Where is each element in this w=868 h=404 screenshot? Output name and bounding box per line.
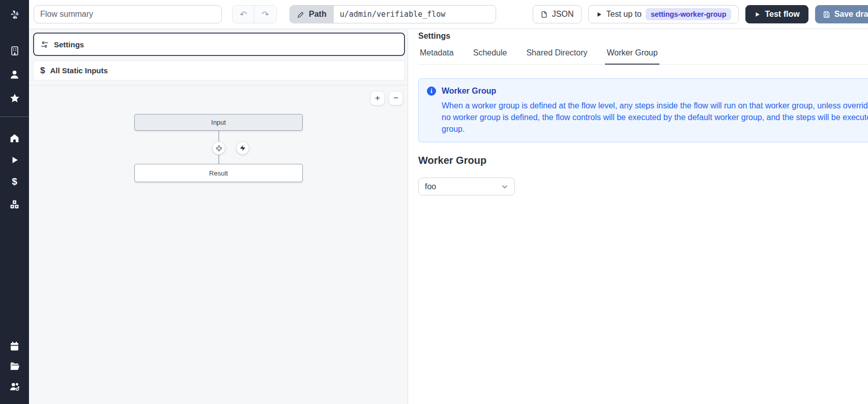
path-edit-button[interactable]: Path <box>290 6 334 23</box>
settings-panel-title: Settings <box>418 32 868 41</box>
chevron-down-icon <box>500 182 509 191</box>
worker-group-heading: Worker Group <box>418 155 868 166</box>
save-icon <box>823 11 830 18</box>
flow-canvas[interactable]: + − Input Result <box>29 85 408 404</box>
tab-shared-directory[interactable]: Shared Directory <box>525 48 589 65</box>
path-input[interactable] <box>334 6 496 23</box>
pencil-icon <box>297 11 305 18</box>
calendar-icon[interactable] <box>0 338 29 354</box>
undo-redo-group: ↶ ↷ <box>232 5 277 23</box>
tab-schedule[interactable]: Schedule <box>472 48 509 65</box>
file-json-icon <box>540 11 548 18</box>
redo-button[interactable]: ↷ <box>254 6 276 23</box>
lightning-icon <box>239 145 246 152</box>
content: Settings $ All Static Inputs + − Input <box>29 29 868 404</box>
tab-worker-group[interactable]: Worker Group <box>605 48 659 65</box>
boxes-icon[interactable] <box>0 196 29 212</box>
test-up-to-button[interactable]: Test up to settings-worker-group <box>588 5 739 23</box>
save-draft-button[interactable]: Save draft <box>815 5 868 23</box>
app-sidebar: $ <box>0 0 29 404</box>
users-settings-icon[interactable] <box>0 379 29 394</box>
test-up-to-target-badge: settings-worker-group <box>646 8 732 20</box>
trigger-button[interactable] <box>236 141 249 155</box>
info-title: Worker Group <box>442 86 496 96</box>
play-small-icon <box>596 11 602 18</box>
flow-graph-panel: Settings $ All Static Inputs + − Input <box>29 29 408 404</box>
path-group: Path <box>290 5 496 23</box>
windmill-logo-icon[interactable] <box>0 4 29 25</box>
zoom-controls: + − <box>370 91 403 105</box>
topbar: ↶ ↷ Path JSON Test up to <box>29 0 868 29</box>
all-static-inputs-item[interactable]: $ All Static Inputs <box>33 61 405 80</box>
worker-group-select-value: foo <box>425 182 436 191</box>
add-step-button[interactable] <box>212 141 225 155</box>
dollar-static-icon: $ <box>40 66 45 76</box>
worker-group-info-box: i Worker Group When a worker group is de… <box>418 78 868 142</box>
tab-metadata[interactable]: Metadata <box>418 48 455 65</box>
zoom-in-button[interactable]: + <box>370 91 385 105</box>
flow-summary-input[interactable] <box>34 5 222 23</box>
folder-open-icon[interactable] <box>0 358 29 373</box>
home-icon[interactable] <box>0 130 29 146</box>
play-white-icon <box>754 11 761 18</box>
info-icon: i <box>427 86 436 96</box>
settings-tabs: Metadata Schedule Shared Directory Worke… <box>418 48 868 65</box>
zoom-out-button[interactable]: − <box>389 91 403 105</box>
building-icon[interactable] <box>0 43 29 59</box>
json-button[interactable]: JSON <box>533 5 582 23</box>
plus-cross-icon <box>215 145 223 152</box>
path-label: Path <box>309 10 327 19</box>
undo-button[interactable]: ↶ <box>233 6 254 23</box>
user-icon[interactable] <box>0 67 29 82</box>
flow-node-input[interactable]: Input <box>134 114 303 131</box>
worker-group-select[interactable]: foo <box>418 178 515 195</box>
info-header: i Worker Group <box>427 86 868 96</box>
flow-panel-header: Settings $ All Static Inputs <box>29 29 408 85</box>
info-body: When a worker group is defined at the fl… <box>442 100 868 135</box>
dollar-icon[interactable]: $ <box>0 174 29 189</box>
flow-node-result[interactable]: Result <box>134 164 303 182</box>
test-flow-button[interactable]: Test flow <box>745 5 808 23</box>
flow-editor-window: $ <box>0 0 868 404</box>
sliders-icon <box>40 40 49 49</box>
settings-panel: Settings Metadata Schedule Shared Direct… <box>408 29 868 404</box>
flow-settings-item[interactable]: Settings <box>33 33 405 56</box>
sidebar-divider <box>0 117 29 117</box>
play-icon[interactable] <box>0 152 29 167</box>
star-icon[interactable] <box>0 91 29 106</box>
